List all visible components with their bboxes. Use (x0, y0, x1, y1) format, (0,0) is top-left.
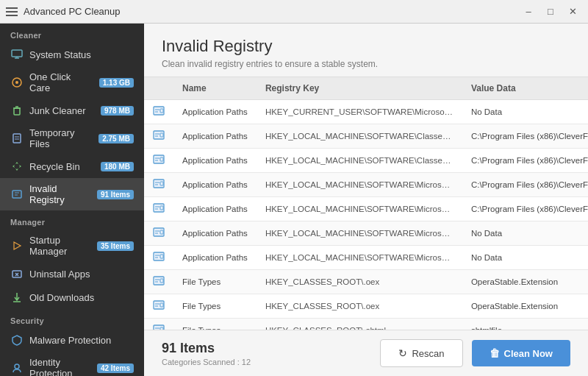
table-row: Application PathsHKEY_LOCAL_MACHINE\SOFT… (144, 197, 588, 221)
row-value-data: No Data (462, 221, 588, 246)
svg-rect-25 (154, 131, 164, 139)
sidebar-item-label: Identity Protection (29, 357, 91, 376)
col-key: Registry Key (257, 77, 462, 100)
table-row: Application PathsHKEY_LOCAL_MACHINE\SOFT… (144, 221, 588, 246)
row-icon (144, 270, 173, 294)
row-name: File Types (173, 294, 257, 319)
svg-rect-49 (154, 277, 164, 285)
uninstall-icon (10, 267, 24, 280)
svg-rect-8 (13, 134, 21, 143)
page-title: Invalid Registry (162, 37, 570, 56)
rescan-icon: ↻ (398, 347, 407, 359)
security-section-label: Security (0, 309, 144, 328)
svg-rect-33 (154, 180, 164, 188)
minimize-button[interactable]: – (519, 4, 538, 19)
app-body: Cleaner System Status One Click Care (0, 24, 588, 376)
row-registry-key: HKEY_LOCAL_MACHINE\SOFTWARE\Classes\Appl… (257, 149, 462, 173)
sidebar-item-old-downloads[interactable]: Old Downloads (0, 285, 144, 309)
sidebar-item-identity-protection[interactable]: Identity Protection 42 Items (0, 352, 144, 376)
row-name: Application Paths (173, 100, 257, 124)
row-icon (144, 197, 173, 221)
sidebar-item-startup-manager[interactable]: Startup Manager 35 Items (0, 230, 144, 262)
row-name: Application Paths (173, 246, 257, 270)
maximize-button[interactable]: □ (541, 4, 560, 19)
row-value-data: C:\Program Files (x86)\CleverFiles\ (462, 173, 588, 197)
sidebar-item-one-click-care[interactable]: One Click Care 1.13 GB (0, 66, 144, 99)
row-name: Application Paths (173, 124, 257, 149)
footer-actions: ↻ Rescan 🗑 Clean Now (380, 339, 570, 367)
sidebar-item-recycle-bin[interactable]: Recycle Bin 180 MB (0, 155, 144, 178)
sidebar-item-invalid-registry[interactable]: Invalid Registry 91 Items (0, 178, 144, 210)
row-registry-key: HKEY_CLASSES_ROOT\.oex (257, 270, 462, 294)
temp-icon (10, 132, 24, 145)
sidebar-item-label: Malware Protection (29, 335, 134, 346)
row-registry-key: HKEY_LOCAL_MACHINE\SOFTWARE\Microsoft\Wi… (257, 221, 462, 246)
table-row: Application PathsHKEY_LOCAL_MACHINE\SOFT… (144, 149, 588, 173)
sidebar-item-label: Temporary Files (29, 127, 93, 149)
sidebar-item-temporary-files[interactable]: Temporary Files 2.75 MB (0, 122, 144, 155)
svg-rect-0 (12, 50, 22, 57)
row-name: File Types (173, 270, 257, 294)
svg-rect-29 (154, 155, 164, 163)
recycle-icon (10, 160, 24, 173)
title-bar-left: Advanced PC Cleanup (6, 6, 121, 17)
sidebar-item-junk-cleaner[interactable]: Junk Cleaner 978 MB (0, 99, 144, 122)
sidebar-item-label: Recycle Bin (29, 161, 95, 172)
rescan-button[interactable]: ↻ Rescan (380, 339, 462, 367)
table-row: File TypesHKEY_CLASSES_ROOT\.oexOperaSta… (144, 270, 588, 294)
row-icon (144, 246, 173, 270)
items-count: 91 Items (162, 341, 251, 356)
row-registry-key: HKEY_LOCAL_MACHINE\SOFTWARE\Microsoft\Wi… (257, 197, 462, 221)
sidebar-item-label: Startup Manager (29, 235, 91, 257)
svg-rect-45 (154, 252, 164, 260)
table-row: File TypesHKEY_CLASSES_ROOT\.oexOperaSta… (144, 294, 588, 319)
identity-icon (10, 361, 24, 375)
sidebar-item-malware-protection[interactable]: Malware Protection (0, 328, 144, 352)
row-value-data: C:\Program Files (x86)\CleverFiles\ (462, 197, 588, 221)
row-icon (144, 294, 173, 319)
hamburger-icon[interactable] (6, 7, 18, 16)
row-name: Application Paths (173, 197, 257, 221)
row-icon (144, 149, 173, 173)
col-value: Value Data (462, 77, 588, 100)
sidebar-item-system-status[interactable]: System Status (0, 43, 144, 66)
sidebar-item-uninstall-apps[interactable]: Uninstall Apps (0, 262, 144, 285)
row-name: Application Paths (173, 221, 257, 246)
clean-icon: 🗑 (490, 347, 500, 359)
sidebar: Cleaner System Status One Click Care (0, 24, 144, 376)
table-row: Application PathsHKEY_LOCAL_MACHINE\SOFT… (144, 246, 588, 270)
monitor-icon (10, 48, 24, 61)
shield-icon (10, 333, 24, 347)
table-row: Application PathsHKEY_LOCAL_MACHINE\SOFT… (144, 173, 588, 197)
title-bar: Advanced PC Cleanup – □ ✕ (0, 0, 588, 24)
sidebar-item-label: Old Downloads (29, 292, 134, 303)
row-registry-key: HKEY_CLASSES_ROOT\.oex (257, 294, 462, 319)
clean-now-button[interactable]: 🗑 Clean Now (472, 340, 570, 366)
junk-icon (10, 104, 24, 117)
registry-icon (10, 188, 24, 201)
manager-section-label: Manager (0, 210, 144, 230)
row-icon (144, 319, 173, 330)
registry-table-container[interactable]: Name Registry Key Value Data Application… (144, 77, 588, 330)
row-value-data: No Data (462, 100, 588, 124)
window-controls: – □ ✕ (519, 4, 582, 19)
table-header-row: Name Registry Key Value Data (144, 77, 588, 100)
col-icon (144, 77, 173, 100)
sidebar-item-label: One Click Care (29, 71, 93, 93)
col-name: Name (173, 77, 257, 100)
table-row: File TypesHKEY_CLASSES_ROOT\.shtmlshtmlf… (144, 319, 588, 330)
row-name: File Types (173, 319, 257, 330)
categories-scanned: Categories Scanned : 12 (162, 358, 251, 366)
row-name: Application Paths (173, 149, 257, 173)
svg-rect-37 (154, 204, 164, 212)
download-icon (10, 291, 24, 304)
rescan-label: Rescan (412, 348, 444, 359)
row-icon (144, 173, 173, 197)
window-title: Advanced PC Cleanup (24, 6, 121, 17)
svg-point-20 (15, 364, 19, 369)
close-button[interactable]: ✕ (563, 4, 582, 19)
row-value-data: OperaStable.Extension (462, 270, 588, 294)
svg-rect-5 (14, 108, 20, 115)
registry-table: Name Registry Key Value Data Application… (144, 77, 588, 330)
table-row: Application PathsHKEY_CURRENT_USER\SOFTW… (144, 100, 588, 124)
